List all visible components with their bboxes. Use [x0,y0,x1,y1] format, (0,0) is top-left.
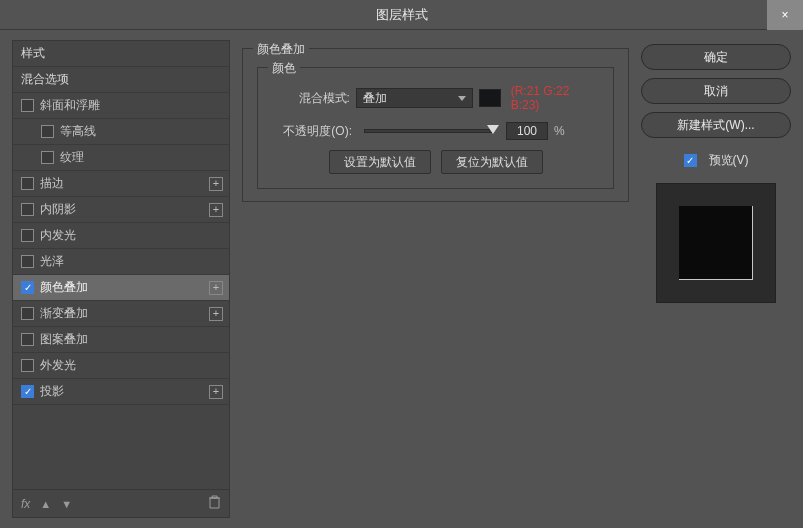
sidebar-item-5[interactable]: 内发光 [13,223,229,249]
sidebar-header[interactable]: 样式 [13,41,229,67]
sidebar-item-4[interactable]: 内阴影+ [13,197,229,223]
sidebar-item-0[interactable]: 斜面和浮雕 [13,93,229,119]
sidebar-item-7[interactable]: 颜色叠加+ [13,275,229,301]
checkbox[interactable] [21,99,34,112]
sidebar-item-2[interactable]: 纹理 [13,145,229,171]
blend-mode-value: 叠加 [363,90,387,107]
sidebar-item-label: 内阴影 [40,201,76,218]
close-icon: × [781,8,788,22]
inner-group-label: 颜色 [268,60,300,77]
sidebar-item-8[interactable]: 渐变叠加+ [13,301,229,327]
titlebar: 图层样式 × [0,0,803,30]
plus-icon[interactable]: + [209,177,223,191]
sidebar-item-label: 描边 [40,175,64,192]
sidebar-header-label: 样式 [21,45,45,62]
color-swatch[interactable] [479,89,500,107]
checkbox[interactable] [21,255,34,268]
checkbox[interactable] [21,281,34,294]
plus-icon[interactable]: + [209,203,223,217]
preview-checkbox[interactable] [684,154,697,167]
fx-icon[interactable]: fx [21,497,30,511]
close-button[interactable]: × [767,0,803,30]
blend-mode-label: 混合模式: [272,90,350,107]
settings-panel: 颜色叠加 颜色 混合模式: 叠加 (R:21 G:22 B:23) 不透明度(O… [242,40,629,518]
sidebar-item-6[interactable]: 光泽 [13,249,229,275]
checkbox[interactable] [21,385,34,398]
opacity-input[interactable] [506,122,548,140]
plus-icon[interactable]: + [209,307,223,321]
dialog-title: 图层样式 [376,6,428,24]
opacity-row: 不透明度(O): % [272,122,599,140]
preview-thumbnail [679,206,753,280]
checkbox[interactable] [21,229,34,242]
main-area: 样式 混合选项 斜面和浮雕等高线纹理描边+内阴影+内发光光泽颜色叠加+渐变叠加+… [0,30,803,528]
checkbox[interactable] [41,125,54,138]
sidebar-item-label: 光泽 [40,253,64,270]
color-annotation: (R:21 G:22 B:23) [511,84,599,112]
percent-label: % [554,124,565,138]
styles-sidebar: 样式 混合选项 斜面和浮雕等高线纹理描边+内阴影+内发光光泽颜色叠加+渐变叠加+… [12,40,230,518]
reset-default-button[interactable]: 复位为默认值 [441,150,543,174]
right-buttons: 确定 取消 新建样式(W)... 预览(V) [641,40,791,518]
group-label: 颜色叠加 [253,41,309,58]
sidebar-item-label: 渐变叠加 [40,305,88,322]
set-default-button[interactable]: 设置为默认值 [329,150,431,174]
plus-icon[interactable]: + [209,281,223,295]
new-style-button[interactable]: 新建样式(W)... [641,112,791,138]
opacity-label: 不透明度(O): [272,123,352,140]
sidebar-blending-options[interactable]: 混合选项 [13,67,229,93]
arrow-up-icon[interactable]: ▲ [40,498,51,510]
sidebar-item-label: 图案叠加 [40,331,88,348]
checkbox[interactable] [21,177,34,190]
sidebar-item-label: 纹理 [60,149,84,166]
sidebar-item-label: 斜面和浮雕 [40,97,100,114]
sidebar-item-10[interactable]: 外发光 [13,353,229,379]
sidebar-item-label: 外发光 [40,357,76,374]
sidebar-item-label: 等高线 [60,123,96,140]
cancel-button[interactable]: 取消 [641,78,791,104]
checkbox[interactable] [21,203,34,216]
sidebar-footer: fx ▲ ▼ [13,489,229,517]
sidebar-item-1[interactable]: 等高线 [13,119,229,145]
sidebar-item-label: 颜色叠加 [40,279,88,296]
sidebar-item-9[interactable]: 图案叠加 [13,327,229,353]
plus-icon[interactable]: + [209,385,223,399]
sidebar-item-label: 投影 [40,383,64,400]
checkbox[interactable] [41,151,54,164]
preview-label: 预览(V) [709,152,749,169]
arrow-down-icon[interactable]: ▼ [61,498,72,510]
preview-toggle[interactable]: 预览(V) [641,152,791,169]
slider-thumb-icon[interactable] [487,125,499,134]
sidebar-blending-label: 混合选项 [21,71,69,88]
blend-mode-dropdown[interactable]: 叠加 [356,88,473,108]
color-overlay-group: 颜色叠加 颜色 混合模式: 叠加 (R:21 G:22 B:23) 不透明度(O… [242,48,629,202]
preview-box [656,183,776,303]
defaults-row: 设置为默认值 复位为默认值 [272,150,599,174]
sidebar-item-11[interactable]: 投影+ [13,379,229,405]
opacity-slider[interactable] [364,129,494,133]
trash-icon[interactable] [208,495,221,512]
color-inner-group: 颜色 混合模式: 叠加 (R:21 G:22 B:23) 不透明度(O): % [257,67,614,189]
sidebar-item-3[interactable]: 描边+ [13,171,229,197]
ok-button[interactable]: 确定 [641,44,791,70]
checkbox[interactable] [21,333,34,346]
sidebar-item-label: 内发光 [40,227,76,244]
checkbox[interactable] [21,307,34,320]
checkbox[interactable] [21,359,34,372]
blend-mode-row: 混合模式: 叠加 (R:21 G:22 B:23) [272,84,599,112]
